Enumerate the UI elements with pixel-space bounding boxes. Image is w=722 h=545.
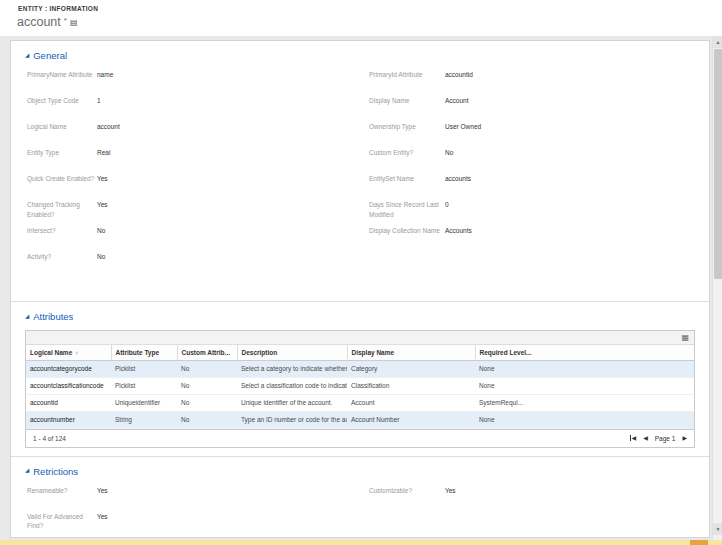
- page-title-row: account * ▤: [17, 15, 77, 29]
- field-row: Customizable? Yes: [369, 483, 695, 509]
- field-value: No: [97, 249, 105, 275]
- column-header-display-name[interactable]: Display Name: [347, 345, 475, 360]
- scrollbar-thumb[interactable]: [714, 49, 722, 279]
- field-row: Display Name Account: [369, 93, 695, 119]
- field-row: Logical Name account: [27, 119, 369, 145]
- field-label: PrimaryName Attribute: [27, 67, 97, 93]
- general-right-column: PrimaryId Attribute accountid Display Na…: [369, 67, 695, 275]
- field-label: Logical Name: [27, 119, 97, 145]
- field-value: No: [97, 223, 105, 249]
- grid-view-icon[interactable]: ▦: [681, 334, 689, 342]
- field-value: Accounts: [445, 223, 472, 249]
- column-header-attribute-type[interactable]: Attribute Type: [111, 345, 177, 360]
- field-row: Activity? No: [27, 249, 369, 275]
- field-value: name: [97, 67, 113, 93]
- vertical-scrollbar[interactable]: ▲ ▼: [712, 36, 722, 540]
- table-row[interactable]: accountclassificationcode Picklist No Se…: [26, 377, 694, 394]
- grid-footer: 1 - 4 of 124 ◀ ◀ Page 1 ▶: [26, 429, 694, 447]
- bottom-status-strip: [0, 540, 722, 545]
- section-general-header[interactable]: ◢ General: [25, 45, 695, 67]
- grid-toolbar: ▦: [26, 331, 694, 345]
- table-row[interactable]: accountnumber String No Type an ID numbe…: [26, 411, 694, 428]
- page-title: account: [17, 15, 61, 29]
- record-range-label: 1 - 4 of 124: [33, 435, 66, 442]
- field-label: Renameable?: [27, 483, 97, 509]
- field-value: Yes: [97, 483, 108, 509]
- previous-page-icon[interactable]: ◀: [643, 435, 648, 441]
- field-label: Valid For Advanced Find?: [27, 509, 97, 535]
- column-header-logical-name[interactable]: Logical Name↑: [26, 345, 111, 360]
- field-label: Quick Create Enabled?: [27, 171, 97, 197]
- field-row: Valid For Advanced Find? Yes: [27, 509, 369, 535]
- cell-required-level: None: [475, 360, 694, 377]
- cell-display-name: Account: [347, 394, 475, 411]
- first-page-icon[interactable]: ◀: [630, 435, 637, 441]
- scroll-down-icon: ▼: [716, 527, 721, 532]
- field-value: Real: [97, 145, 110, 171]
- field-label: Activity?: [27, 249, 97, 275]
- field-label: Ownership Type: [369, 119, 445, 145]
- field-value: Account: [445, 93, 469, 119]
- field-row: Display Collection Name Accounts: [369, 223, 695, 249]
- column-header-required-level[interactable]: Required Level...: [475, 345, 694, 360]
- field-label: Customizable?: [369, 483, 445, 509]
- field-label: EntitySet Name: [369, 171, 445, 197]
- scroll-up-button[interactable]: ▲: [713, 36, 722, 48]
- attributes-table: Logical Name↑ Attribute Type Custom Attr…: [26, 345, 694, 429]
- cell-description: Unique identifier of the account.: [237, 394, 347, 411]
- entity-icon: ▤: [70, 18, 78, 27]
- field-row: Intersect? No: [27, 223, 369, 249]
- field-row: Days Since Record Last Modified 0: [369, 197, 695, 223]
- general-fields: PrimaryName Attribute name Object Type C…: [25, 67, 695, 297]
- cell-required-level: None: [475, 411, 694, 428]
- section-restrictions: ◢ Retrictions Renameable? Yes Valid For …: [11, 456, 709, 539]
- cell-description: Select a classification code to indicate…: [237, 377, 347, 394]
- field-label: PrimaryId Attribute: [369, 67, 445, 93]
- field-value: Yes: [97, 509, 108, 535]
- cell-custom-attribute: No: [177, 360, 237, 377]
- section-attributes: ◢ Attributes ▦ Logical Name↑ Attribute T…: [11, 301, 709, 448]
- sort-ascending-icon: ↑: [75, 350, 78, 356]
- cell-attribute-type: Picklist: [111, 377, 177, 394]
- restrictions-fields: Renameable? Yes Valid For Advanced Find?…: [25, 483, 695, 539]
- field-row: Custom Entity? No: [369, 145, 695, 171]
- scroll-up-icon: ▲: [716, 40, 721, 45]
- cell-custom-attribute: No: [177, 377, 237, 394]
- collapse-arrow-icon: ◢: [25, 53, 29, 59]
- bottom-strip-accent: [690, 540, 708, 545]
- cell-attribute-type: Picklist: [111, 360, 177, 377]
- field-row: Entity Type Real: [27, 145, 369, 171]
- section-restrictions-header[interactable]: ◢ Retrictions: [25, 461, 695, 483]
- collapse-arrow-icon: ◢: [25, 468, 29, 474]
- table-row[interactable]: accountid Uniqueidentifier No Unique ide…: [26, 394, 694, 411]
- field-value: No: [445, 145, 453, 171]
- pagination-controls: ◀ ◀ Page 1 ▶: [630, 435, 687, 442]
- field-row: Quick Create Enabled? Yes: [27, 171, 369, 197]
- column-header-description[interactable]: Description: [237, 345, 347, 360]
- field-row: Renameable? Yes: [27, 483, 369, 509]
- field-label: Entity Type: [27, 145, 97, 171]
- restrictions-right-column: Customizable? Yes: [369, 483, 695, 535]
- cell-attribute-type: String: [111, 411, 177, 428]
- next-page-icon[interactable]: ▶: [682, 435, 687, 441]
- cell-attribute-type: Uniqueidentifier: [111, 394, 177, 411]
- table-row[interactable]: accountcategorycode Picklist No Select a…: [26, 360, 694, 377]
- field-label: Days Since Record Last Modified: [369, 197, 445, 223]
- scroll-down-button[interactable]: ▼: [713, 523, 722, 535]
- top-header-bar: ENTITY : INFORMATION account * ▤: [0, 0, 722, 36]
- cell-display-name: Account Number: [347, 411, 475, 428]
- field-label: Custom Entity?: [369, 145, 445, 171]
- general-left-column: PrimaryName Attribute name Object Type C…: [27, 67, 369, 275]
- field-row: Object Type Code 1: [27, 93, 369, 119]
- attributes-grid: ▦ Logical Name↑ Attribute Type Custom At…: [25, 330, 695, 448]
- field-row: EntitySet Name accounts: [369, 171, 695, 197]
- section-attributes-header[interactable]: ◢ Attributes: [25, 306, 695, 328]
- cell-display-name: Category: [347, 360, 475, 377]
- field-value: Yes: [97, 171, 108, 197]
- field-row: Changed Tracking Enabled? Yes: [27, 197, 369, 223]
- page-number-label: Page 1: [655, 435, 676, 442]
- field-row: PrimaryName Attribute name: [27, 67, 369, 93]
- section-general: ◢ General PrimaryName Attribute name Obj…: [11, 41, 709, 297]
- column-header-custom-attribute[interactable]: Custom Attrib...: [177, 345, 237, 360]
- cell-display-name: Classification: [347, 377, 475, 394]
